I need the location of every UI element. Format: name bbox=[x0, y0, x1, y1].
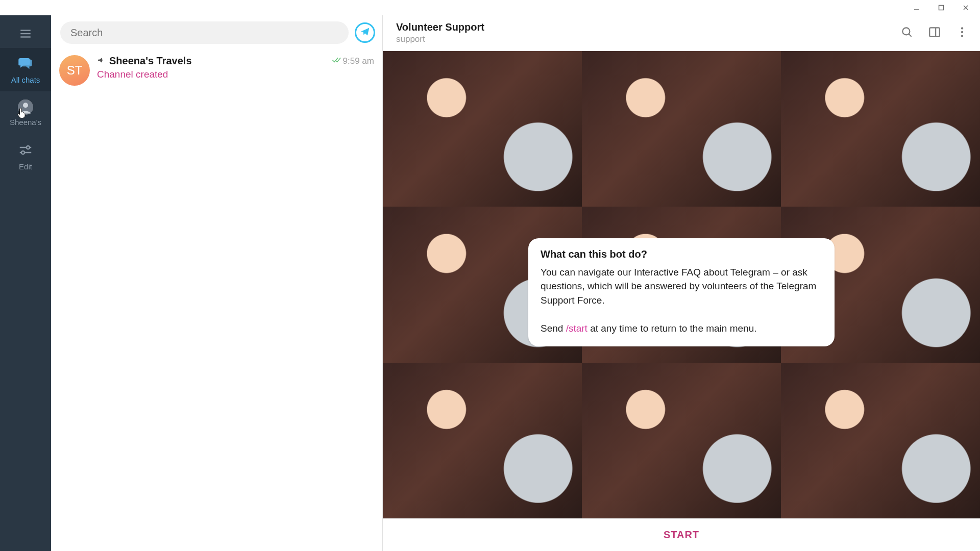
bot-card-text: You can navigate our Interactive FAQ abo… bbox=[541, 265, 822, 336]
bot-card-p2-pre: Send bbox=[541, 323, 566, 334]
svg-point-18 bbox=[961, 31, 963, 33]
chat-name-text: Sheena's Travels bbox=[109, 55, 192, 67]
search-input[interactable] bbox=[60, 21, 349, 44]
more-options-button[interactable] bbox=[955, 26, 969, 41]
svg-line-14 bbox=[909, 34, 911, 36]
chat-item-body: Sheena's Travels 9:59 am Channel created bbox=[97, 55, 374, 80]
chat-time-text: 9:59 am bbox=[343, 56, 374, 66]
folder-avatar-icon bbox=[18, 99, 33, 115]
svg-point-10 bbox=[27, 145, 30, 148]
chat-name: Sheena's Travels bbox=[97, 55, 192, 67]
conversation-title: Volunteer Support bbox=[396, 21, 484, 33]
nav-folder-label: Sheena's bbox=[10, 118, 41, 127]
nav-rail: All chats Sheena's Edit bbox=[0, 15, 51, 551]
chats-icon bbox=[18, 56, 33, 72]
nav-all-chats[interactable]: All chats bbox=[0, 48, 51, 91]
double-check-icon bbox=[332, 55, 341, 67]
conversation-actions bbox=[900, 26, 969, 41]
svg-rect-1 bbox=[939, 6, 944, 10]
more-vertical-icon bbox=[955, 26, 969, 41]
megaphone-icon bbox=[97, 55, 105, 67]
svg-rect-15 bbox=[929, 28, 940, 36]
start-button-label: START bbox=[664, 529, 699, 541]
bot-command-link[interactable]: /start bbox=[566, 323, 587, 334]
svg-point-12 bbox=[21, 151, 24, 154]
sliders-icon bbox=[18, 142, 33, 159]
conversation-subtitle: support bbox=[396, 34, 484, 44]
bot-card-p2-post: at any time to return to the main menu. bbox=[587, 323, 757, 334]
search-icon bbox=[900, 26, 914, 41]
telegram-button[interactable] bbox=[355, 22, 375, 43]
bot-card-heading: What can this bot do? bbox=[541, 248, 822, 260]
chat-list-item[interactable]: ST Sheena's Travels 9:59 am bbox=[51, 50, 382, 91]
search-in-chat-button[interactable] bbox=[900, 26, 914, 41]
chat-preview: Channel created bbox=[97, 69, 374, 80]
chat-avatar: ST bbox=[59, 55, 90, 86]
window-close-button[interactable] bbox=[954, 1, 977, 15]
conversation-body: What can this bot do? You can navigate o… bbox=[383, 51, 980, 518]
menu-button[interactable] bbox=[0, 19, 51, 48]
chat-timestamp: 9:59 am bbox=[332, 55, 374, 67]
nav-edit[interactable]: Edit bbox=[0, 135, 51, 178]
svg-point-17 bbox=[961, 27, 963, 29]
start-bot-button[interactable]: START bbox=[383, 518, 980, 551]
paper-plane-icon bbox=[360, 27, 370, 39]
nav-folder-sheenas[interactable]: Sheena's bbox=[0, 91, 51, 135]
window-maximize-button[interactable] bbox=[930, 1, 952, 15]
svg-point-13 bbox=[902, 28, 910, 35]
conversation-header: Volunteer Support support bbox=[383, 15, 980, 51]
bot-card-p1: You can navigate our Interactive FAQ abo… bbox=[541, 267, 816, 306]
search-row bbox=[51, 15, 382, 50]
side-panel-button[interactable] bbox=[928, 26, 941, 41]
window-titlebar bbox=[0, 0, 980, 15]
window-minimize-button[interactable] bbox=[905, 1, 928, 15]
conversation-panel: Volunteer Support support bbox=[383, 15, 980, 551]
bot-info-card: What can this bot do? You can navigate o… bbox=[528, 238, 835, 347]
conversation-title-block[interactable]: Volunteer Support support bbox=[396, 21, 484, 44]
chat-list-panel: ST Sheena's Travels 9:59 am bbox=[51, 15, 383, 551]
svg-point-19 bbox=[961, 35, 963, 37]
nav-all-chats-label: All chats bbox=[11, 76, 40, 84]
side-panel-icon bbox=[928, 26, 941, 41]
nav-edit-label: Edit bbox=[19, 162, 32, 171]
svg-point-8 bbox=[23, 103, 28, 108]
